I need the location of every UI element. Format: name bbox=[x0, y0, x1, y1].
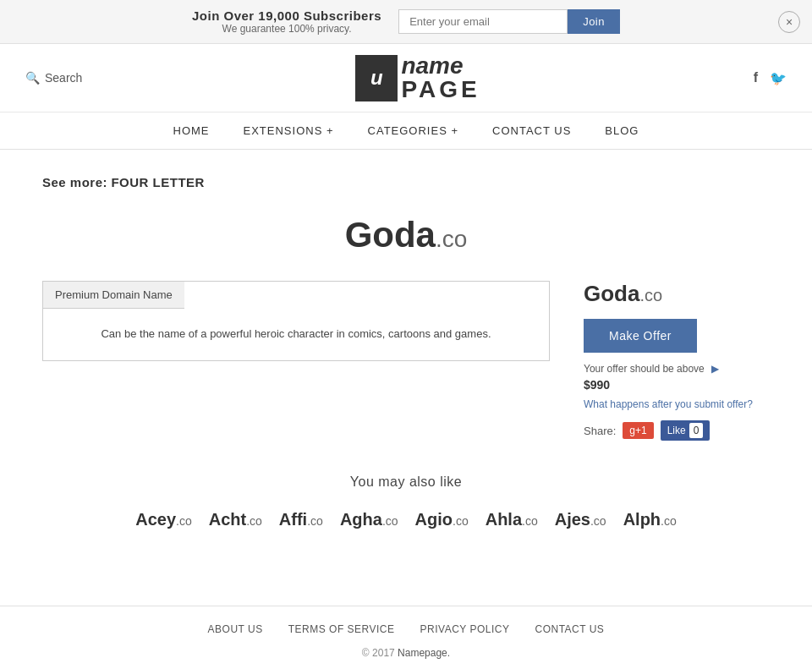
offer-hint: Your offer should be above ▶ bbox=[584, 363, 770, 375]
header: 🔍 Search u name PAGE f 🐦 bbox=[0, 44, 812, 112]
twitter-icon[interactable]: 🐦 bbox=[770, 70, 787, 86]
also-like-section: You may also like Acey.co Acht.co Affi.c… bbox=[42, 474, 770, 529]
card-body: Can be the name of a powerful heroic cha… bbox=[43, 309, 549, 360]
main-content: See more: FOUR LETTER Goda.co Premium Do… bbox=[25, 150, 787, 555]
nav-item-blog[interactable]: BLOG bbox=[605, 124, 639, 137]
banner-title: Join Over 19,000 Subscribers bbox=[192, 8, 381, 23]
footer-links: ABOUT US TERMS OF SERVICE PRIVACY POLICY… bbox=[0, 623, 812, 635]
also-like-title: You may also like bbox=[42, 474, 770, 490]
share-row: Share: g+1 Like 0 bbox=[584, 420, 770, 441]
domain-card: Premium Domain Name Can be the name of a… bbox=[42, 281, 550, 361]
also-like-item-2[interactable]: Affi.co bbox=[279, 510, 323, 529]
also-like-item-0[interactable]: Acey.co bbox=[135, 510, 192, 529]
panel-name: Goda bbox=[584, 281, 639, 306]
email-input[interactable] bbox=[398, 9, 568, 34]
also-like-item-6[interactable]: Ajes.co bbox=[555, 510, 606, 529]
footer-link-terms[interactable]: TERMS OF SERVICE bbox=[288, 623, 395, 635]
see-more: See more: FOUR LETTER bbox=[42, 175, 770, 189]
fb-like-label: Like bbox=[667, 425, 686, 436]
nav-item-home[interactable]: HOME bbox=[173, 124, 210, 137]
also-like-item-5[interactable]: Ahla.co bbox=[486, 510, 538, 529]
share-label: Share: bbox=[584, 425, 616, 437]
see-more-prefix: See more: bbox=[42, 175, 107, 189]
footer-site-name[interactable]: Namepage. bbox=[398, 647, 450, 659]
nav: HOME EXTENSIONS + CATEGORIES + CONTACT U… bbox=[0, 112, 812, 150]
nav-item-contact[interactable]: CONTACT US bbox=[492, 124, 571, 137]
top-banner: Join Over 19,000 Subscribers We guarante… bbox=[0, 0, 812, 44]
arrow-icon: ▶ bbox=[711, 363, 719, 375]
footer-link-privacy[interactable]: PRIVACY POLICY bbox=[420, 623, 510, 635]
panel-tld: .co bbox=[639, 286, 662, 304]
footer: ABOUT US TERMS OF SERVICE PRIVACY POLICY… bbox=[0, 606, 812, 667]
banner-text: Join Over 19,000 Subscribers We guarante… bbox=[192, 8, 381, 35]
domain-panel: Goda.co Make Offer Your offer should be … bbox=[584, 281, 770, 441]
join-button[interactable]: Join bbox=[568, 9, 620, 34]
search-area[interactable]: 🔍 Search bbox=[25, 71, 82, 85]
banner-form: Join bbox=[398, 9, 620, 34]
footer-link-about[interactable]: ABOUT US bbox=[208, 623, 263, 635]
logo-page: PAGE bbox=[401, 78, 480, 101]
card-label: Premium Domain Name bbox=[43, 282, 184, 309]
gplus-button[interactable]: g+1 bbox=[623, 422, 653, 439]
see-more-tag[interactable]: FOUR LETTER bbox=[111, 175, 205, 189]
domain-name-display: Goda bbox=[345, 215, 436, 255]
logo-name: name bbox=[401, 54, 480, 78]
logo[interactable]: u name PAGE bbox=[355, 54, 480, 101]
logo-text: name PAGE bbox=[398, 54, 480, 101]
close-button[interactable]: × bbox=[778, 11, 800, 33]
also-like-item-7[interactable]: Alph.co bbox=[623, 510, 677, 529]
domain-logo: Goda.co bbox=[345, 215, 468, 255]
footer-copyright: © 2017 Namepage. bbox=[0, 647, 812, 659]
search-icon: 🔍 bbox=[25, 71, 40, 85]
fb-count: 0 bbox=[689, 423, 704, 438]
panel-domain-name: Goda.co bbox=[584, 281, 770, 307]
make-offer-button[interactable]: Make Offer bbox=[584, 319, 697, 353]
also-like-item-3[interactable]: Agha.co bbox=[340, 510, 398, 529]
also-like-grid: Acey.co Acht.co Affi.co Agha.co Agio.co … bbox=[42, 510, 770, 529]
facebook-like-button[interactable]: Like 0 bbox=[661, 420, 710, 441]
domain-hero: Goda.co bbox=[42, 215, 770, 255]
offer-price: $990 bbox=[584, 378, 770, 392]
offer-link[interactable]: What happens after you submit offer? bbox=[584, 398, 770, 410]
social-links: f 🐦 bbox=[754, 70, 787, 86]
nav-item-categories[interactable]: CATEGORIES + bbox=[368, 124, 458, 137]
footer-link-contact[interactable]: CONTACT US bbox=[535, 623, 604, 635]
logo-icon: u bbox=[355, 55, 398, 101]
also-like-item-4[interactable]: Agio.co bbox=[415, 510, 469, 529]
banner-subtitle: We guarantee 100% privacy. bbox=[192, 23, 381, 35]
facebook-icon[interactable]: f bbox=[754, 70, 758, 85]
search-label: Search bbox=[45, 71, 82, 85]
also-like-item-1[interactable]: Acht.co bbox=[209, 510, 262, 529]
domain-tld-display: .co bbox=[436, 226, 467, 252]
content-row: Premium Domain Name Can be the name of a… bbox=[42, 281, 770, 441]
nav-item-extensions[interactable]: EXTENSIONS + bbox=[244, 124, 334, 137]
